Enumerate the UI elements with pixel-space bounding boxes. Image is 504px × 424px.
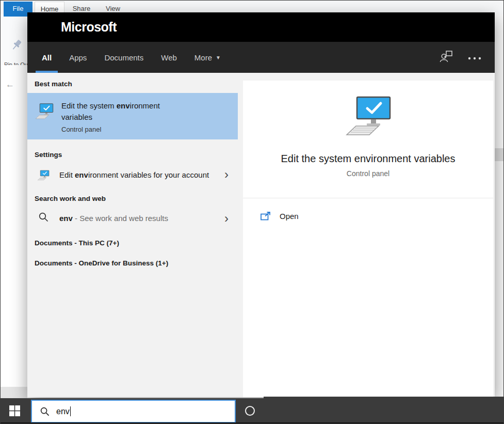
taskbar: env — [1, 398, 504, 424]
best-match-title: Edit the system environment variables — [61, 100, 177, 123]
tab-all[interactable]: All — [42, 42, 52, 73]
open-action[interactable]: Open — [243, 198, 493, 221]
explorer-file-list: ← — [1, 65, 27, 398]
windows-desktop: File Home Share View Pin to Qu access ← — [0, 0, 504, 424]
chevron-right-icon[interactable]: › — [224, 213, 229, 224]
cortana-button[interactable] — [236, 398, 264, 423]
web-search-label: env - See work and web results — [59, 212, 214, 224]
tab-web-label: Web — [161, 53, 177, 62]
start-search-flyout: Microsoft All Apps Documents Web More ▼ — [27, 12, 495, 397]
tab-apps[interactable]: Apps — [69, 42, 87, 73]
explorer-right-edge — [494, 14, 503, 398]
start-button[interactable] — [1, 398, 28, 423]
chevron-right-icon[interactable]: › — [224, 169, 229, 180]
account-env-vars-icon — [36, 168, 51, 181]
taskbar-right-area — [264, 397, 504, 424]
more-label: More — [194, 53, 212, 62]
taskbar-search-box[interactable]: env — [31, 400, 236, 423]
more-dropdown[interactable]: More ▼ — [194, 42, 221, 73]
cortana-ring-icon — [245, 406, 255, 416]
search-icon — [36, 212, 51, 222]
settings-result-label: Edit environment variables for your acco… — [59, 169, 214, 181]
result-preview-pane: Edit the system environment variables Co… — [238, 73, 495, 397]
settings-result[interactable]: Edit environment variables for your acco… — [27, 164, 238, 185]
search-input-value: env — [56, 407, 70, 416]
label-pre: Edit — [59, 170, 75, 179]
search-web-header: Search work and web — [27, 185, 238, 208]
explorer-ribbon-body: Pin to Qu access — [1, 17, 27, 65]
title-query: env — [117, 101, 130, 110]
documents-onedrive-group[interactable]: Documents - OneDrive for Business (1+) — [27, 253, 238, 273]
microsoft-header: Microsoft — [27, 12, 495, 42]
back-arrow-icon[interactable]: ← — [6, 80, 14, 90]
title-pre: Edit the system — [61, 101, 117, 110]
search-filter-tabs: All Apps Documents Web More ▼ — [27, 42, 495, 73]
web-hint: - See work and web results — [73, 214, 168, 223]
tab-documents-label: Documents — [104, 53, 143, 62]
pushpin-icon — [12, 39, 22, 54]
feedback-person-icon[interactable] — [440, 50, 453, 65]
text-caret — [70, 406, 71, 416]
system-properties-large-icon — [243, 81, 493, 136]
screen-bottom-edge — [1, 422, 504, 423]
microsoft-logo-icon — [41, 20, 56, 35]
label-query: env — [75, 170, 88, 179]
preview-subtitle: Control panel — [243, 169, 493, 178]
settings-header: Settings — [27, 139, 238, 164]
search-icon — [40, 407, 50, 416]
chevron-down-icon: ▼ — [216, 55, 221, 60]
label-post: ironment variables for your account — [88, 170, 209, 179]
documents-this-pc-group[interactable]: Documents - This PC (7+) — [27, 233, 238, 253]
web-search-result[interactable]: env - See work and web results › — [27, 208, 238, 229]
web-query: env — [59, 214, 73, 223]
windows-logo-icon — [9, 405, 20, 416]
preview-title: Edit the system environment variables — [243, 153, 493, 165]
brand-title: Microsoft — [61, 20, 117, 35]
tab-apps-label: Apps — [69, 53, 87, 62]
tab-web[interactable]: Web — [161, 42, 177, 73]
explorer-selected-band — [494, 148, 504, 161]
best-match-header: Best match — [27, 73, 238, 93]
selected-row-highlight — [1, 387, 27, 398]
open-label: Open — [280, 212, 299, 221]
system-properties-icon — [27, 93, 61, 139]
best-match-subtitle: Control panel — [61, 125, 177, 133]
tab-documents[interactable]: Documents — [104, 42, 143, 73]
open-external-icon — [261, 212, 271, 221]
best-match-result[interactable]: Edit the system environment variables Co… — [27, 93, 238, 139]
tab-all-label: All — [42, 53, 52, 62]
ellipsis-icon[interactable] — [468, 53, 481, 62]
preview-card: Edit the system environment variables Co… — [243, 81, 493, 397]
search-results-list: Best match Edit the system environment v… — [27, 73, 238, 397]
